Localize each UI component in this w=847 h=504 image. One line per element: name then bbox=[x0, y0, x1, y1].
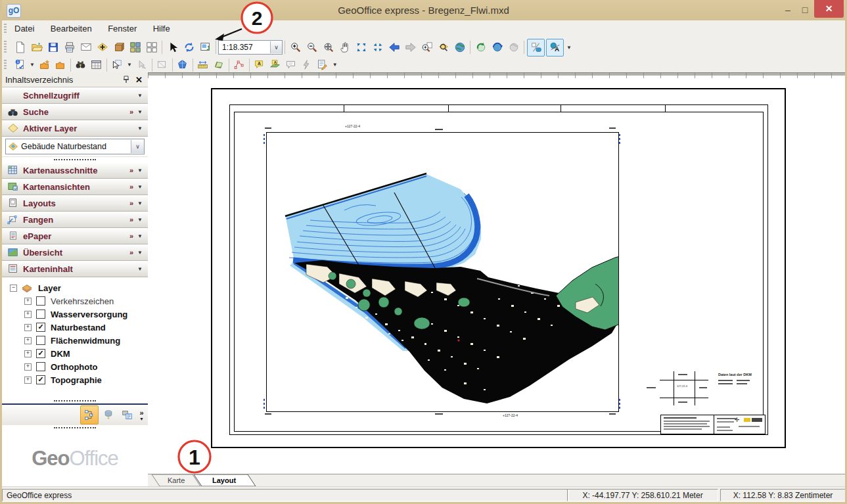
attribute-table-button[interactable] bbox=[89, 58, 104, 72]
expand-icon[interactable]: » bbox=[129, 108, 133, 116]
zoom-in-button[interactable] bbox=[287, 39, 304, 56]
globe-disabled-button[interactable] bbox=[505, 39, 522, 56]
expand-icon[interactable]: » bbox=[129, 248, 133, 256]
expand-expander[interactable]: + bbox=[24, 350, 32, 357]
toggle-labels-button[interactable]: A bbox=[546, 39, 564, 57]
globe-sync-button[interactable] bbox=[489, 39, 505, 56]
polygon-3d-button[interactable] bbox=[175, 58, 191, 72]
document-options-button[interactable]: 1 bbox=[12, 58, 28, 72]
source-order-button[interactable] bbox=[100, 406, 117, 424]
package-button[interactable] bbox=[110, 39, 127, 56]
edit-form-button[interactable] bbox=[315, 58, 331, 72]
selection-order-button[interactable] bbox=[118, 406, 135, 424]
chevron-down-icon[interactable]: ▼ bbox=[137, 250, 143, 256]
close-panel-icon[interactable]: ✕ bbox=[135, 75, 143, 85]
toolbar-grip[interactable] bbox=[4, 60, 7, 70]
select-cursor-button[interactable] bbox=[164, 39, 181, 56]
layer-label[interactable]: Wasserversorgung bbox=[51, 309, 127, 319]
tab-layout-label[interactable]: Layout bbox=[212, 476, 236, 484]
panel-kartenausschnitte[interactable]: Kartenausschnitte »▼ bbox=[2, 162, 148, 179]
layer-checkbox[interactable]: ✓ bbox=[36, 375, 45, 384]
layer-tree-root[interactable]: − Layer bbox=[2, 281, 148, 294]
expand-icon[interactable]: » bbox=[129, 166, 133, 174]
layer-row[interactable]: +✓DKM bbox=[2, 347, 148, 360]
panel-fangen[interactable]: Fangen »▼ bbox=[2, 212, 148, 228]
expand-expander[interactable]: + bbox=[24, 337, 32, 344]
select-disabled-button[interactable] bbox=[134, 58, 150, 72]
menu-fenster[interactable]: Fenster bbox=[101, 20, 143, 37]
toggle-draft-mode-button[interactable] bbox=[527, 39, 545, 57]
chevron-down-icon[interactable]: ▼ bbox=[137, 233, 143, 239]
layer-checkbox[interactable] bbox=[36, 362, 45, 371]
expand-expander[interactable]: + bbox=[24, 377, 32, 384]
comment-button[interactable] bbox=[283, 58, 299, 72]
expand-icon[interactable]: » bbox=[129, 232, 133, 240]
map-data-frame[interactable] bbox=[266, 132, 619, 412]
pin-icon[interactable] bbox=[123, 76, 129, 83]
menu-datei[interactable]: Datei bbox=[8, 20, 41, 37]
layout-canvas[interactable]: +127-22-4 +127-22-4 127-22-4 Daten laut … bbox=[148, 72, 845, 474]
close-button[interactable]: ✕ bbox=[814, 0, 844, 18]
layer-row[interactable]: +✓Topographie bbox=[2, 373, 148, 386]
expand-icon[interactable]: » bbox=[129, 199, 133, 207]
toolbar-more-dropdown[interactable]: ▼ bbox=[564, 45, 574, 51]
panel-layouts[interactable]: Layouts »▼ bbox=[2, 195, 148, 212]
layer-row[interactable]: +Verkehrszeichen bbox=[2, 294, 148, 308]
save-button[interactable] bbox=[45, 39, 61, 56]
chevron-down-icon[interactable]: ▼ bbox=[137, 109, 143, 115]
label-button[interactable]: A bbox=[252, 58, 267, 72]
expand-icon[interactable]: » bbox=[129, 183, 133, 191]
add-data-button[interactable] bbox=[94, 39, 110, 56]
minimize-button[interactable]: – bbox=[779, 5, 796, 16]
layer-label[interactable]: Verkehrszeichen bbox=[51, 296, 114, 306]
layer-label[interactable]: Naturbestand bbox=[51, 323, 106, 332]
identify-button[interactable] bbox=[435, 39, 451, 56]
layer-label[interactable]: DKM bbox=[51, 349, 70, 359]
refresh-button[interactable] bbox=[181, 39, 197, 56]
refresh-map-button[interactable] bbox=[472, 39, 489, 56]
fixed-zoom-out-button[interactable] bbox=[369, 39, 386, 56]
fixed-zoom-in-button[interactable] bbox=[353, 39, 369, 56]
project-button[interactable] bbox=[53, 58, 68, 72]
panel-suche[interactable]: Suche »▼ bbox=[2, 104, 148, 120]
layer-label[interactable]: Topographie bbox=[51, 375, 102, 385]
chevron-down-icon[interactable]: ▼ bbox=[137, 217, 143, 223]
rectangle-disabled-button[interactable] bbox=[154, 58, 170, 72]
document-options-dropdown[interactable]: ▼ bbox=[28, 62, 37, 68]
panel-schnellzugriff[interactable]: Schnellzugriff ▼ bbox=[2, 87, 148, 104]
panel-kartenansichten[interactable]: Kartenansichten »▼ bbox=[2, 179, 148, 195]
new-project-button[interactable] bbox=[37, 58, 53, 72]
measure-area-button[interactable] bbox=[211, 58, 227, 72]
layer-root-label[interactable]: Layer bbox=[38, 283, 61, 293]
switch-to-layout-button[interactable] bbox=[197, 39, 214, 56]
back-button[interactable] bbox=[386, 39, 402, 56]
search-button[interactable] bbox=[73, 58, 89, 72]
active-layer-value[interactable]: Gebäude Naturbestand bbox=[18, 142, 131, 151]
layer-checkbox[interactable] bbox=[36, 296, 45, 306]
expand-expander[interactable]: + bbox=[24, 298, 32, 305]
sketch-vertices-button[interactable] bbox=[231, 58, 247, 72]
more-buttons-icon[interactable]: » bbox=[139, 409, 143, 417]
label-layer-button[interactable]: A bbox=[267, 58, 283, 72]
scale-dropdown-button[interactable]: ∨ bbox=[270, 41, 282, 53]
scale-value[interactable]: 1:18.357 bbox=[219, 43, 270, 52]
chevron-down-icon[interactable]: ▼ bbox=[139, 417, 144, 421]
expand-expander[interactable]: + bbox=[24, 311, 32, 318]
menu-hilfe[interactable]: Hilfe bbox=[147, 20, 177, 37]
active-layer-dropdown-button[interactable]: ∨ bbox=[131, 140, 144, 153]
map-book-button[interactable] bbox=[127, 39, 143, 56]
lightning-disabled-button[interactable] bbox=[299, 58, 315, 72]
layer-checkbox[interactable] bbox=[36, 309, 45, 319]
expand-expander[interactable]: + bbox=[24, 324, 32, 331]
layer-label[interactable]: Orthophoto bbox=[51, 362, 97, 372]
globe-button[interactable] bbox=[451, 39, 468, 56]
toolbar-grip[interactable] bbox=[4, 24, 7, 34]
chevron-down-icon[interactable]: ▼ bbox=[137, 93, 143, 99]
chevron-down-icon[interactable]: ▼ bbox=[137, 200, 143, 206]
layer-label[interactable]: Flächenwidmung bbox=[51, 336, 120, 346]
panel-uebersicht[interactable]: Übersicht »▼ bbox=[2, 244, 148, 261]
chevron-down-icon[interactable]: ▼ bbox=[137, 266, 143, 272]
panel-epaper[interactable]: ePaper »▼ bbox=[2, 228, 148, 244]
active-layer-combobox[interactable]: Gebäude Naturbestand ∨ bbox=[5, 139, 145, 154]
panel-karteninhalt[interactable]: Karteninhalt ▼ bbox=[2, 261, 148, 277]
